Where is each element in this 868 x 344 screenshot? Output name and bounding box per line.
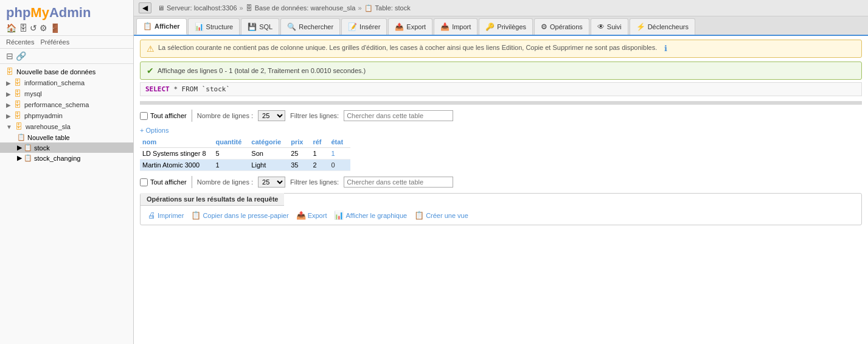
db-phpmyadmin[interactable]: ▶ 🗄 phpmyadmin [0,110,133,121]
tab-afficher[interactable]: 📋 Afficher [136,18,187,35]
table-name: Nouvelle table [27,134,70,141]
toggle-icon: ▶ [6,80,11,86]
db-name: phpmyadmin [24,112,63,119]
table-cell: 1 [329,148,351,160]
table-icon: 📋 [24,144,32,152]
rechercher-icon: 🔍 [287,23,296,31]
tab-label: Opérations [550,23,583,30]
table-stock-changing[interactable]: ▶ 📋 stock_changing [0,153,133,163]
logo-admin: Admin [49,5,91,20]
export-icon: 📤 [296,211,306,220]
col-categorie[interactable]: catégorie [249,136,288,148]
table-icon: 📋 [364,4,373,12]
db-name: information_schema [24,79,85,86]
filter-input-bottom[interactable] [344,177,453,188]
recentes-link[interactable]: Récentes [6,38,34,46]
export-link[interactable]: 📤 Export [296,211,327,220]
tab-suivi[interactable]: 👁 Suivi [591,18,628,35]
tab-privileges[interactable]: 🔑 Privilèges [479,18,533,35]
rows-select-bottom[interactable]: 25 50 100 250 [258,177,285,188]
graphique-label: Afficher le graphique [345,212,407,219]
declencheurs-icon: ⚡ [636,23,645,31]
operations-icon: ⚙ [541,23,547,31]
gray-bar [140,101,862,105]
table-icon: 📋 [24,154,32,162]
col-prix[interactable]: prix [288,136,310,148]
toggle-icon: ▶ [17,144,22,152]
db-icon[interactable]: 🗄 [19,23,27,33]
tab-rechercher[interactable]: 🔍 Rechercher [280,18,340,35]
tab-label: Privilèges [497,23,526,30]
tab-sql[interactable]: 💾 SQL [241,18,279,35]
toggle-icon: ▶ [6,113,11,119]
db-warehouse-sla[interactable]: ▼ 🗄 warehouse_sla [0,121,133,132]
copier-link[interactable]: 📋 Copier dans le presse-papier [191,211,288,220]
warning-text: La sélection courante ne contient pas de… [158,44,657,51]
sep1: » [240,4,243,12]
back-button[interactable]: ◀ [139,2,151,13]
tab-label: Import [452,23,471,30]
db-name: warehouse_sla [26,123,71,130]
db-name: mysql [24,90,42,97]
toggle-icon: ▼ [6,124,12,130]
show-all-checkbox-bottom[interactable] [140,178,148,186]
vue-link[interactable]: 📋 Créer une vue [414,211,468,220]
col-ref[interactable]: réf [310,136,328,148]
filter-input[interactable] [344,110,453,121]
graphique-link[interactable]: 📊 Afficher le graphique [334,211,407,220]
export-label: Export [308,212,327,219]
db-information-schema[interactable]: ▶ 🗄 information_schema [0,77,133,88]
main-content: ◀ 🖥 Serveur: localhost:3306 » 🗄 Base de … [134,0,868,344]
table-stock[interactable]: ▶ 📋 stock [0,142,133,153]
tab-import[interactable]: 📥 Import [434,18,477,35]
db-link[interactable]: Base de données: warehouse_sla [255,4,356,12]
export-icon: 📤 [395,23,404,31]
filter-label: Filtrer les lignes: [290,112,339,119]
db-icon: 🗄 [14,79,21,87]
exit-icon[interactable]: 🚪 [50,23,60,33]
rows-select[interactable]: 25 50 100 250 [258,110,285,121]
collapse-icon[interactable]: ⊟ [6,51,13,61]
tab-label: Insérer [359,23,380,30]
col-nom[interactable]: nom [140,136,214,148]
db-performance-schema[interactable]: ▶ 🗄 performance_schema [0,99,133,110]
server-icon: 🖥 [158,4,164,12]
tab-declencheurs[interactable]: ⚡ Déclencheurs [630,18,695,35]
table-cell: 2 [310,160,328,171]
col-quantite[interactable]: quantité [214,136,249,148]
nav-links: Récentes Préférées [0,36,133,49]
refresh-icon[interactable]: ↺ [30,23,37,33]
privileges-icon: 🔑 [485,23,495,31]
show-all-label-bottom: Tout afficher [140,178,187,186]
options-link[interactable]: + Options [140,127,862,134]
col-etat[interactable]: état [329,136,351,148]
link-icon[interactable]: 🔗 [16,51,26,61]
tab-operations[interactable]: ⚙ Opérations [534,18,589,35]
tab-export[interactable]: 📤 Export [388,18,432,35]
info-icon[interactable]: ℹ [664,44,667,53]
settings-icon[interactable]: ⚙ [40,23,47,33]
content-area: ⚠ La sélection courante ne contient pas … [134,36,868,344]
server-link[interactable]: Serveur: localhost:3306 [167,4,237,12]
imprimer-link[interactable]: 🖨 Imprimer [148,211,184,220]
home-icon[interactable]: 🏠 [6,23,16,33]
db-name: performance_schema [24,101,89,108]
table-name: stock [34,144,50,152]
copy-icon: 📋 [191,211,201,220]
table-row: LD Systems stinger 85Son2511 [140,148,350,160]
tab-inserer[interactable]: 📝 Insérer [341,18,387,35]
logo: phpMyAdmin [6,5,127,21]
show-all-checkbox[interactable] [140,112,148,120]
tab-label: Rechercher [299,23,333,30]
tab-structure[interactable]: 📊 Structure [188,18,240,35]
table-cell: 1 [310,148,328,160]
db-tree: 🗄 Nouvelle base de données ▶ 🗄 informati… [0,64,133,166]
sidebar: phpMyAdmin 🏠 🗄 ↺ ⚙ 🚪 Récentes Préférées … [0,0,134,344]
new-database-item[interactable]: 🗄 Nouvelle base de données [0,66,133,77]
db-mysql[interactable]: ▶ 🗄 mysql [0,88,133,99]
afficher-icon: 📋 [143,22,152,30]
preferees-link[interactable]: Préférées [40,38,69,46]
table-nouvelle[interactable]: 📋 Nouvelle table [0,132,133,142]
copier-label: Copier dans le presse-papier [203,212,288,219]
table-cell: Light [249,160,288,171]
